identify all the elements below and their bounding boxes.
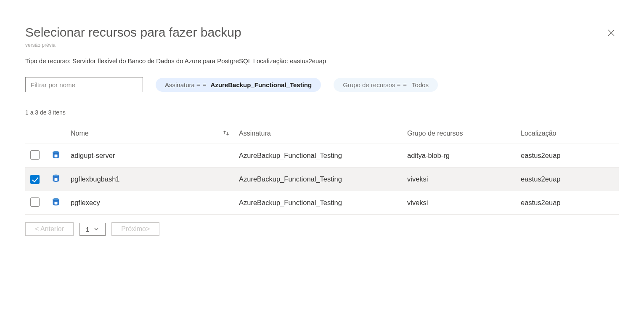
filter-pill-resourcegroup[interactable]: Grupo de recursos = = Todos (334, 78, 438, 92)
table-row[interactable]: pgflexbugbash1 AzureBackup_Functional_Te… (25, 168, 619, 191)
cell-subscription: AzureBackup_Functional_Testing (235, 144, 403, 168)
resource-type-text: Tipo de recurso: Servidor flexível do Ba… (25, 57, 619, 64)
database-icon (52, 198, 60, 206)
sort-icon[interactable] (222, 129, 231, 138)
cell-resourcegroup: viveksi (403, 168, 517, 191)
column-header-location[interactable]: Localização (517, 123, 619, 144)
cell-subscription: AzureBackup_Functional_Testing (235, 168, 403, 191)
cell-subscription: AzureBackup_Functional_Testing (235, 191, 403, 215)
pill-label: Assinatura = (165, 81, 200, 88)
svg-rect-4 (55, 155, 58, 157)
cell-location: eastus2euap (517, 168, 619, 191)
column-header-name[interactable]: Nome (71, 130, 89, 137)
next-page-button[interactable]: Próximo> (111, 222, 159, 236)
cell-name: pgflexbugbash1 (66, 168, 235, 191)
filter-name-input[interactable] (25, 77, 143, 92)
cell-resourcegroup: aditya-blob-rg (403, 144, 517, 168)
page-select[interactable]: 1 (80, 223, 106, 236)
cell-location: eastus2euap (517, 144, 619, 168)
cell-name: adigupt-server (66, 144, 235, 168)
resources-table: Nome Assinatura Grupo de recursos Locali… (25, 123, 619, 215)
cell-location: eastus2euap (517, 191, 619, 215)
database-icon (52, 174, 60, 183)
prev-page-button[interactable]: < Anterior (25, 222, 74, 236)
database-icon (52, 151, 60, 159)
page-title: Selecionar recursos para fazer backup (25, 25, 241, 40)
column-header-subscription[interactable]: Assinatura (235, 123, 403, 144)
pill-eq: = (403, 81, 407, 88)
page-number: 1 (86, 226, 89, 233)
svg-rect-7 (55, 178, 58, 181)
chevron-down-icon (93, 226, 99, 232)
row-checkbox[interactable] (30, 197, 40, 207)
pill-value: AzureBackup_Functional_Testing (211, 81, 312, 88)
svg-rect-10 (55, 202, 58, 205)
cell-resourcegroup: viveksi (403, 191, 517, 215)
pill-label: Grupo de recursos = (343, 81, 400, 88)
close-button[interactable] (604, 25, 619, 40)
pill-eq: = (203, 81, 207, 88)
table-row[interactable]: adigupt-server AzureBackup_Functional_Te… (25, 144, 619, 168)
preview-badge: versão prévia (25, 42, 619, 48)
pill-value: Todos (412, 81, 429, 88)
table-row[interactable]: pgflexecy AzureBackup_Functional_Testing… (25, 191, 619, 215)
close-icon (607, 29, 615, 37)
item-count-text: 1 a 3 de 3 itens (25, 109, 619, 116)
row-checkbox[interactable] (30, 150, 40, 160)
cell-name: pgflexecy (66, 191, 235, 215)
column-header-resourcegroup[interactable]: Grupo de recursos (403, 123, 517, 144)
filter-pill-subscription[interactable]: Assinatura = = AzureBackup_Functional_Te… (156, 78, 321, 92)
row-checkbox[interactable] (30, 175, 40, 184)
